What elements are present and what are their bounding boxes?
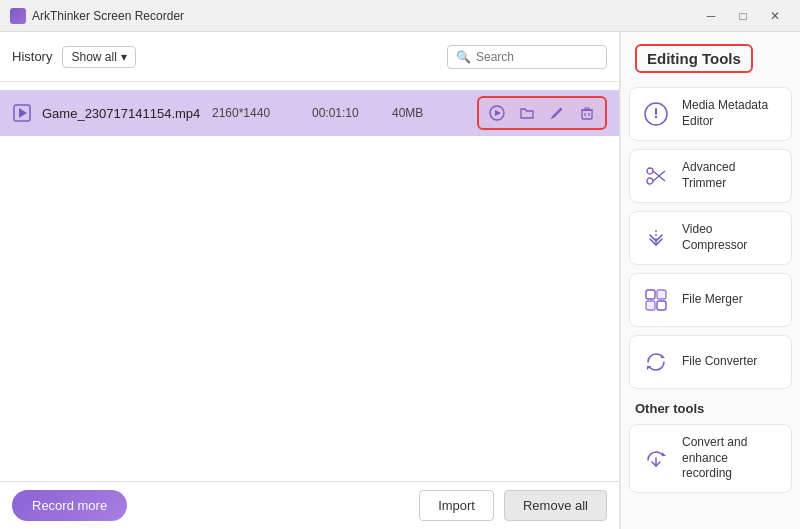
file-actions	[477, 96, 607, 130]
close-button[interactable]: ✕	[760, 6, 790, 26]
editing-tools-label: Editing Tools	[635, 44, 753, 73]
tool-card-file-merger[interactable]: File Merger	[629, 273, 792, 327]
convert-enhance-label: Convert andenhance recording	[682, 435, 781, 482]
history-label: History	[12, 49, 52, 64]
right-header: Editing Tools	[621, 32, 800, 83]
svg-point-9	[655, 116, 657, 118]
svg-marker-16	[661, 354, 665, 358]
file-resolution: 2160*1440	[212, 106, 302, 120]
svg-marker-3	[495, 110, 501, 116]
advanced-trimmer-label: AdvancedTrimmer	[682, 160, 735, 191]
video-compressor-icon	[640, 222, 672, 254]
svg-marker-1	[19, 108, 27, 118]
left-panel: History Show all ▾ 🔍 Game_23071714	[0, 32, 620, 529]
file-name: Game_230717141154.mp4	[42, 106, 202, 121]
file-converter-icon	[640, 346, 672, 378]
other-tools-header: Other tools	[621, 393, 800, 420]
remove-all-button[interactable]: Remove all	[504, 490, 607, 521]
title-bar-left: ArkThinker Screen Recorder	[10, 8, 184, 24]
media-metadata-label: Media MetadataEditor	[682, 98, 768, 129]
advanced-trimmer-icon	[640, 160, 672, 192]
file-merger-label: File Merger	[682, 292, 743, 308]
delete-button[interactable]	[573, 100, 601, 126]
main-layout: History Show all ▾ 🔍 Game_23071714	[0, 32, 800, 529]
svg-rect-15	[657, 290, 666, 299]
minimize-button[interactable]: ─	[696, 6, 726, 26]
tool-card-file-converter[interactable]: File Converter	[629, 335, 792, 389]
search-box: 🔍	[447, 45, 607, 69]
folder-button[interactable]	[513, 100, 541, 126]
tool-card-media-metadata[interactable]: Media MetadataEditor	[629, 87, 792, 141]
file-type-icon	[12, 103, 32, 123]
search-icon: 🔍	[456, 50, 471, 64]
tool-card-video-compressor[interactable]: VideoCompressor	[629, 211, 792, 265]
right-panel: Editing Tools Media MetadataEditor	[620, 32, 800, 529]
svg-rect-12	[646, 290, 655, 299]
maximize-button[interactable]: □	[728, 6, 758, 26]
play-button[interactable]	[483, 100, 511, 126]
file-list: Game_230717141154.mp4 2160*1440 00:01:10…	[0, 82, 619, 481]
svg-rect-14	[646, 301, 655, 310]
svg-marker-18	[662, 452, 666, 456]
file-size: 40MB	[392, 106, 432, 120]
media-metadata-icon	[640, 98, 672, 130]
video-compressor-label: VideoCompressor	[682, 222, 747, 253]
convert-enhance-icon	[640, 442, 672, 474]
show-all-dropdown[interactable]: Show all ▾	[62, 46, 135, 68]
file-merger-icon	[640, 284, 672, 316]
svg-point-10	[647, 168, 653, 174]
file-duration: 00:01:10	[312, 106, 382, 120]
search-input[interactable]	[476, 50, 598, 64]
record-more-button[interactable]: Record more	[12, 490, 127, 521]
title-bar-controls: ─ □ ✕	[696, 6, 790, 26]
app-icon	[10, 8, 26, 24]
tool-card-advanced-trimmer[interactable]: AdvancedTrimmer	[629, 149, 792, 203]
bottom-bar: Record more Import Remove all	[0, 481, 619, 529]
svg-point-11	[647, 178, 653, 184]
app-title: ArkThinker Screen Recorder	[32, 9, 184, 23]
show-all-label: Show all	[71, 50, 116, 64]
dropdown-arrow-icon: ▾	[121, 50, 127, 64]
edit-button[interactable]	[543, 100, 571, 126]
svg-rect-4	[582, 110, 592, 119]
import-button[interactable]: Import	[419, 490, 494, 521]
title-bar: ArkThinker Screen Recorder ─ □ ✕	[0, 0, 800, 32]
svg-rect-13	[657, 301, 666, 310]
tool-card-convert-enhance[interactable]: Convert andenhance recording	[629, 424, 792, 493]
file-converter-label: File Converter	[682, 354, 757, 370]
file-row[interactable]: Game_230717141154.mp4 2160*1440 00:01:10…	[0, 90, 619, 136]
toolbar-row: History Show all ▾ 🔍	[0, 32, 619, 82]
